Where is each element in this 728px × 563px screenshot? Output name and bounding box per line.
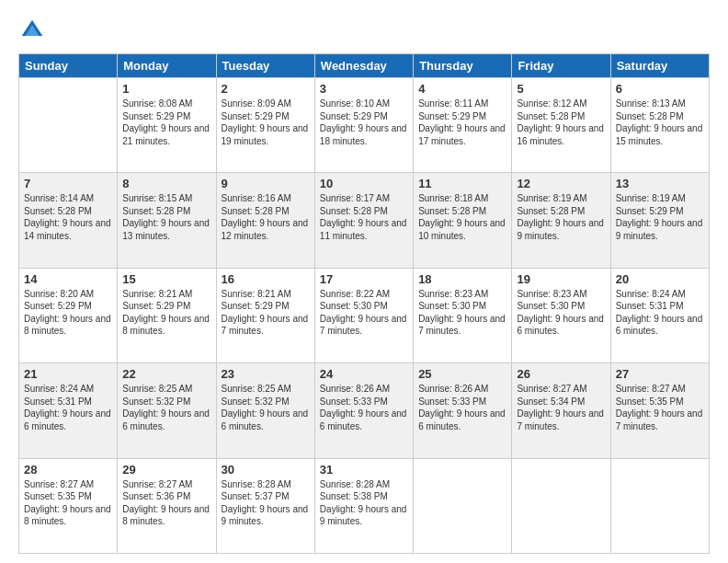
logo [18, 17, 50, 44]
cell-info: Sunrise: 8:09 AMSunset: 5:29 PMDaylight:… [222, 98, 310, 147]
day-number: 27 [616, 367, 704, 381]
day-number: 3 [320, 82, 408, 96]
calendar-week-row: 14Sunrise: 8:20 AMSunset: 5:29 PMDayligh… [19, 268, 710, 362]
cell-info: Sunrise: 8:26 AMSunset: 5:33 PMDaylight:… [320, 383, 408, 432]
cell-info: Sunrise: 8:25 AMSunset: 5:32 PMDaylight:… [222, 383, 310, 432]
day-number: 19 [517, 272, 605, 286]
calendar-cell: 14Sunrise: 8:20 AMSunset: 5:29 PMDayligh… [19, 268, 118, 362]
cell-info: Sunrise: 8:14 AMSunset: 5:28 PMDaylight:… [24, 192, 112, 242]
day-number: 29 [122, 463, 210, 477]
cell-info: Sunrise: 8:10 AMSunset: 5:29 PMDaylight:… [320, 98, 408, 147]
cell-info: Sunrise: 8:08 AMSunset: 5:29 PMDaylight:… [122, 98, 210, 147]
day-number: 20 [616, 272, 704, 286]
calendar-cell: 25Sunrise: 8:26 AMSunset: 5:33 PMDayligh… [414, 363, 512, 458]
cell-info: Sunrise: 8:19 AMSunset: 5:28 PMDaylight:… [517, 192, 605, 242]
cell-info: Sunrise: 8:27 AMSunset: 5:36 PMDaylight:… [122, 478, 210, 528]
cell-info: Sunrise: 8:24 AMSunset: 5:31 PMDaylight:… [616, 288, 704, 338]
calendar-week-row: 21Sunrise: 8:24 AMSunset: 5:31 PMDayligh… [19, 363, 710, 458]
cell-info: Sunrise: 8:24 AMSunset: 5:31 PMDaylight:… [24, 383, 112, 432]
day-number: 26 [517, 367, 605, 381]
calendar-cell: 22Sunrise: 8:25 AMSunset: 5:32 PMDayligh… [118, 363, 216, 458]
calendar-cell: 18Sunrise: 8:23 AMSunset: 5:30 PMDayligh… [414, 268, 512, 362]
day-number: 9 [222, 177, 310, 190]
day-number: 2 [222, 82, 310, 96]
cell-info: Sunrise: 8:25 AMSunset: 5:32 PMDaylight:… [122, 383, 210, 432]
cell-info: Sunrise: 8:21 AMSunset: 5:29 PMDaylight:… [122, 288, 210, 338]
day-number: 28 [24, 463, 112, 477]
day-number: 31 [320, 463, 408, 477]
day-number: 14 [24, 272, 112, 286]
day-number: 12 [517, 177, 605, 190]
day-number: 15 [122, 272, 210, 286]
day-number: 17 [320, 272, 408, 286]
calendar-cell: 28Sunrise: 8:27 AMSunset: 5:35 PMDayligh… [19, 458, 118, 553]
cell-info: Sunrise: 8:28 AMSunset: 5:38 PMDaylight:… [320, 478, 408, 528]
calendar-cell [19, 78, 118, 173]
calendar-cell: 9Sunrise: 8:16 AMSunset: 5:28 PMDaylight… [216, 173, 314, 268]
calendar-cell: 8Sunrise: 8:15 AMSunset: 5:28 PMDaylight… [118, 173, 216, 268]
day-number: 11 [418, 177, 506, 190]
cell-info: Sunrise: 8:17 AMSunset: 5:28 PMDaylight:… [320, 192, 408, 242]
cell-info: Sunrise: 8:13 AMSunset: 5:28 PMDaylight:… [616, 98, 704, 147]
cell-info: Sunrise: 8:20 AMSunset: 5:29 PMDaylight:… [24, 288, 112, 338]
calendar-cell: 24Sunrise: 8:26 AMSunset: 5:33 PMDayligh… [314, 363, 413, 458]
day-number: 7 [24, 177, 112, 190]
cell-info: Sunrise: 8:26 AMSunset: 5:33 PMDaylight:… [418, 383, 506, 432]
calendar-cell: 13Sunrise: 8:19 AMSunset: 5:29 PMDayligh… [610, 173, 709, 268]
calendar-table: SundayMondayTuesdayWednesdayThursdayFrid… [18, 53, 710, 554]
calendar-cell: 16Sunrise: 8:21 AMSunset: 5:29 PMDayligh… [216, 268, 314, 362]
weekday-header: Monday [118, 54, 216, 78]
weekday-header: Friday [512, 54, 610, 78]
page: SundayMondayTuesdayWednesdayThursdayFrid… [0, 0, 728, 563]
day-number: 8 [122, 177, 210, 190]
calendar-cell [414, 458, 512, 553]
calendar-cell: 20Sunrise: 8:24 AMSunset: 5:31 PMDayligh… [610, 268, 709, 362]
calendar-cell: 12Sunrise: 8:19 AMSunset: 5:28 PMDayligh… [512, 173, 610, 268]
calendar-cell: 5Sunrise: 8:12 AMSunset: 5:28 PMDaylight… [512, 78, 610, 173]
day-number: 18 [418, 272, 506, 286]
day-number: 30 [222, 463, 310, 477]
calendar-cell: 1Sunrise: 8:08 AMSunset: 5:29 PMDaylight… [118, 78, 216, 173]
calendar-cell: 11Sunrise: 8:18 AMSunset: 5:28 PMDayligh… [414, 173, 512, 268]
weekday-header: Thursday [414, 54, 512, 78]
cell-info: Sunrise: 8:12 AMSunset: 5:28 PMDaylight:… [517, 98, 605, 147]
day-number: 24 [320, 367, 408, 381]
cell-info: Sunrise: 8:27 AMSunset: 5:35 PMDaylight:… [24, 478, 112, 528]
calendar-week-row: 28Sunrise: 8:27 AMSunset: 5:35 PMDayligh… [19, 458, 710, 553]
cell-info: Sunrise: 8:11 AMSunset: 5:29 PMDaylight:… [418, 98, 506, 147]
calendar-cell: 2Sunrise: 8:09 AMSunset: 5:29 PMDaylight… [216, 78, 314, 173]
day-number: 23 [222, 367, 310, 381]
weekday-header: Tuesday [216, 54, 314, 78]
cell-info: Sunrise: 8:21 AMSunset: 5:29 PMDaylight:… [222, 288, 310, 338]
calendar-cell: 23Sunrise: 8:25 AMSunset: 5:32 PMDayligh… [216, 363, 314, 458]
cell-info: Sunrise: 8:23 AMSunset: 5:30 PMDaylight:… [418, 288, 506, 338]
calendar-week-row: 7Sunrise: 8:14 AMSunset: 5:28 PMDaylight… [19, 173, 710, 268]
calendar-cell: 6Sunrise: 8:13 AMSunset: 5:28 PMDaylight… [610, 78, 709, 173]
day-number: 16 [222, 272, 310, 286]
calendar-cell: 15Sunrise: 8:21 AMSunset: 5:29 PMDayligh… [118, 268, 216, 362]
header [18, 17, 710, 44]
weekday-header: Wednesday [314, 54, 413, 78]
calendar-cell: 26Sunrise: 8:27 AMSunset: 5:34 PMDayligh… [512, 363, 610, 458]
calendar-header-row: SundayMondayTuesdayWednesdayThursdayFrid… [19, 54, 710, 78]
calendar-cell: 17Sunrise: 8:22 AMSunset: 5:30 PMDayligh… [314, 268, 413, 362]
weekday-header: Saturday [610, 54, 709, 78]
cell-info: Sunrise: 8:23 AMSunset: 5:30 PMDaylight:… [517, 288, 605, 338]
calendar-cell [610, 458, 709, 553]
cell-info: Sunrise: 8:18 AMSunset: 5:28 PMDaylight:… [418, 192, 506, 242]
calendar-cell: 31Sunrise: 8:28 AMSunset: 5:38 PMDayligh… [314, 458, 413, 553]
day-number: 10 [320, 177, 408, 190]
day-number: 21 [24, 367, 112, 381]
cell-info: Sunrise: 8:19 AMSunset: 5:29 PMDaylight:… [616, 192, 704, 242]
cell-info: Sunrise: 8:28 AMSunset: 5:37 PMDaylight:… [222, 478, 310, 528]
day-number: 4 [418, 82, 506, 96]
calendar-cell: 19Sunrise: 8:23 AMSunset: 5:30 PMDayligh… [512, 268, 610, 362]
calendar-cell: 4Sunrise: 8:11 AMSunset: 5:29 PMDaylight… [414, 78, 512, 173]
calendar-cell: 3Sunrise: 8:10 AMSunset: 5:29 PMDaylight… [314, 78, 413, 173]
day-number: 5 [517, 82, 605, 96]
calendar-cell: 7Sunrise: 8:14 AMSunset: 5:28 PMDaylight… [19, 173, 118, 268]
calendar-cell: 29Sunrise: 8:27 AMSunset: 5:36 PMDayligh… [118, 458, 216, 553]
calendar-cell: 27Sunrise: 8:27 AMSunset: 5:35 PMDayligh… [610, 363, 709, 458]
calendar-cell: 21Sunrise: 8:24 AMSunset: 5:31 PMDayligh… [19, 363, 118, 458]
cell-info: Sunrise: 8:15 AMSunset: 5:28 PMDaylight:… [122, 192, 210, 242]
